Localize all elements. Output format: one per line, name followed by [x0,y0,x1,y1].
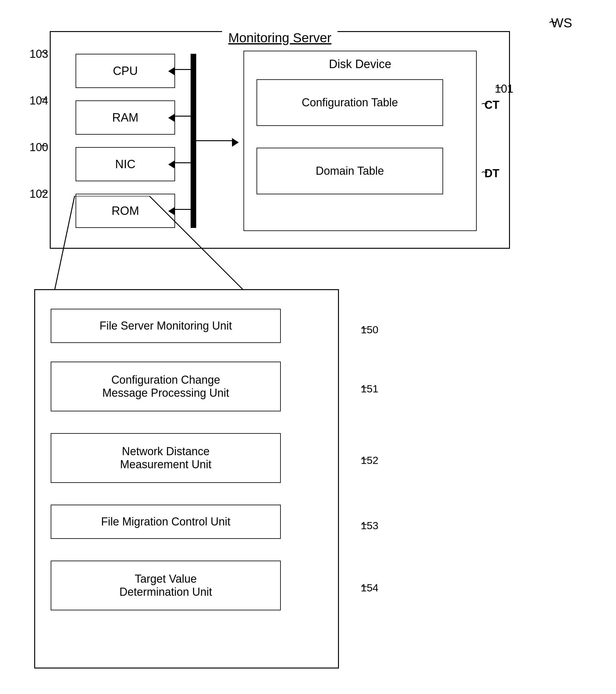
arrow-ram-head [168,113,175,122]
arrow-disk-line [196,140,234,141]
unit-151-label: Configuration Change Message Processing … [102,373,229,400]
arrow-cpu-line [175,69,191,70]
disk-device-title: Disk Device [329,57,392,71]
nic-label: NIC [115,158,135,171]
config-table-box: Configuration Table [256,79,443,126]
dt-curve-icon: ∼ [481,166,489,177]
rom-label: ROM [112,204,139,218]
disk-device-box: Disk Device Configuration Table CT ∼ Dom… [243,51,477,231]
config-table-label: Configuration Table [302,96,398,109]
ref-153-curve-icon: ∼ [360,519,367,529]
rom-expanded-box: File Server Monitoring Unit 150 ∼ Config… [34,289,339,669]
ref-102-curve-icon: ∼ [40,186,48,198]
arrow-cpu-head [168,67,175,76]
arrow-nic-line [175,162,191,163]
arrow-nic-head [168,160,175,169]
arrow-disk-head [232,138,239,147]
ref-103-curve-icon: ∼ [40,47,48,57]
unit-154-box: Target Value Determination Unit [51,561,281,610]
ws-label: WS [551,16,572,31]
arrow-rom-line [175,209,191,210]
unit-150-box: File Server Monitoring Unit [51,309,281,343]
diagram-container: ∼ WS Monitoring Server CPU RAM NIC ROM [25,13,591,681]
cpu-box: CPU [76,54,175,88]
ref-150-curve-icon: ∼ [360,323,367,333]
rom-box: ROM [76,194,175,228]
nic-box: NIC [76,147,175,181]
ref-151-curve-icon: ∼ [360,382,367,392]
ct-curve-icon: ∼ [481,98,489,109]
monitoring-server-box: Monitoring Server CPU RAM NIC ROM [50,31,510,249]
unit-153-label: File Migration Control Unit [101,515,231,528]
domain-table-box: Domain Table [256,148,443,194]
domain-table-label: Domain Table [315,164,384,178]
bus-bar [191,54,196,228]
arrow-ram-line [175,116,191,116]
unit-150-label: File Server Monitoring Unit [99,319,232,332]
ref-152-curve-icon: ∼ [360,454,367,464]
unit-152-label: Network Distance Measurement Unit [120,445,212,471]
monitoring-server-title: Monitoring Server [222,31,338,45]
unit-152-box: Network Distance Measurement Unit [51,433,281,483]
ram-label: RAM [112,111,138,124]
ref-100-curve-icon: ∼ [40,140,48,151]
ref-154-curve-icon: ∼ [360,581,367,591]
unit-151-box: Configuration Change Message Processing … [51,362,281,412]
unit-153-box: File Migration Control Unit [51,505,281,539]
cpu-label: CPU [113,65,138,78]
unit-154-label: Target Value Determination Unit [120,572,212,599]
ref-104-curve-icon: ∼ [40,93,48,104]
ref-101-curve-icon: ∼ [495,82,503,93]
arrow-rom-head [168,207,175,216]
ram-box: RAM [76,101,175,135]
